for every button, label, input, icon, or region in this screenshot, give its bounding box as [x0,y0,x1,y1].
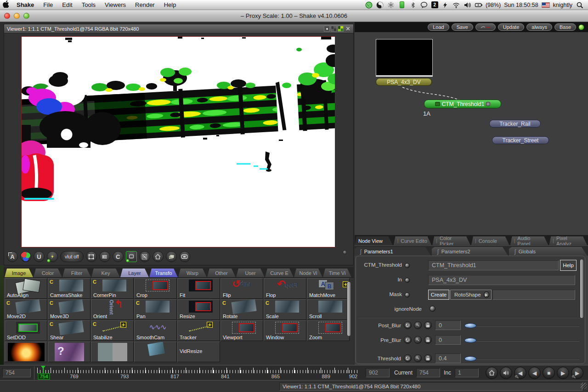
tool-cornerpin[interactable]: CCornerPin [91,278,134,299]
tool-move3d[interactable]: CMove3D [48,299,90,320]
tool-resize[interactable]: Resize [177,299,220,320]
panel-tab-node-view[interactable]: Node View [355,236,393,245]
tool-move2d[interactable]: CMove2D [5,299,47,320]
roi-button[interactable] [126,251,137,262]
post_blur-value-field[interactable]: 0 [435,320,461,330]
inc-field[interactable]: 1 [455,368,479,377]
mask-create-button[interactable]: Create [428,290,449,300]
battery-icon[interactable] [475,1,482,9]
render-bolt-icon[interactable] [47,251,58,262]
tool-fit[interactable]: Fit [177,278,220,299]
node-name-field[interactable]: CTM_Threshold1 [428,260,559,270]
tool-viewport[interactable]: Viewport [220,320,263,341]
panel-tab-color-picker[interactable]: |Color Picker [432,236,470,245]
transport-play-icon[interactable]: ▶ [557,367,569,379]
wifi-icon[interactable] [452,1,460,9]
panel-tab-curve-edito[interactable]: |Curve Edito [394,236,432,245]
tool-shear[interactable]: CShear [48,320,90,341]
lock-icon[interactable] [424,336,432,344]
clock-icon[interactable] [404,336,412,344]
channel-rgb-icon[interactable] [20,251,31,262]
viewer-canvas[interactable]: AUvlut offC [4,34,353,265]
param-sphere-icon[interactable] [405,278,410,283]
displays-icon[interactable] [376,1,384,9]
tool-rotate[interactable]: CRotate [220,299,263,320]
tool-tab-image[interactable]: Image [5,269,33,277]
node-ctm-threshold1[interactable]: CTM_Threshold1 [424,100,501,108]
window-title-bar[interactable]: – Proxy Scale: 1.00 – Shake v4.10.0606 [0,10,588,22]
tool-flip[interactable]: ↺FlipFlip [220,278,263,299]
menu-render[interactable]: Render [130,1,159,8]
tool-setdod[interactable]: SetDOD [5,320,47,341]
viewer-layout-icon[interactable] [331,26,337,32]
threshold-value-field[interactable]: 0.4 [435,353,461,363]
time-field[interactable]: 754 [2,368,31,377]
tool-tab-nodevi[interactable]: Node Vi [294,269,322,277]
always-button[interactable]: always [526,23,552,31]
tool-grid-scrollbar[interactable] [347,281,351,336]
menu-shake[interactable]: Shake [12,1,39,8]
tool-zoom[interactable]: Zoom [307,320,350,341]
transport-home-icon[interactable] [486,367,498,379]
base-button[interactable]: Base [554,23,576,31]
home-view-button[interactable] [153,251,164,262]
update-c-button[interactable]: C [113,251,124,262]
pre_blur-value-field[interactable]: 0 [435,335,461,345]
tool-cell[interactable] [5,342,47,362]
tool-pan[interactable]: CPan [134,299,177,320]
param-tab-parameters1[interactable]: ʃParameters1 [355,247,431,256]
bluetooth-icon[interactable] [409,1,417,9]
node-tracker-rail[interactable]: Tracker_Rail [489,120,541,128]
tool-vidresize[interactable]: VidResize [177,342,220,362]
battery-percent[interactable]: (98%) [486,2,501,8]
lock-icon[interactable] [424,354,432,362]
node-tracker-street[interactable]: Tracker_Street [492,136,549,144]
tool-cell[interactable] [91,342,134,362]
tool-orient[interactable]: Orient↰Orient [91,299,134,320]
volume-icon[interactable] [464,1,471,9]
node-psa-4x3-dv[interactable]: PSA_4x3_DV [376,78,432,86]
tool-window[interactable]: Window [264,320,306,341]
tool-camerashake[interactable]: CCameraShake [48,278,90,299]
undo-redo-icon[interactable] [475,23,496,31]
param-sphere-icon[interactable] [405,292,410,297]
viewer-title-bar[interactable]: Viewer1: 1:1.1 CTM_Threshold1@754 RGBA 8… [4,24,353,34]
tool-crop[interactable]: Crop [134,278,177,299]
tool-scroll[interactable]: Scroll [307,299,350,320]
bolt-icon[interactable] [441,1,449,9]
mask-type-dropdown[interactable]: RotoShape ▶ [450,290,492,300]
tool-tracker[interactable]: +Tracker [177,320,220,341]
key-icon[interactable] [414,336,422,344]
tool-tab-color[interactable]: Color [34,269,62,277]
time-machine-icon[interactable] [365,1,373,9]
menu-file[interactable]: File [39,1,57,8]
parameters-scrollbar[interactable] [580,259,584,319]
search-icon[interactable] [576,1,583,9]
compare-split-button[interactable] [99,251,110,262]
range-end-field[interactable]: 902 [366,368,390,377]
panel-tab-console[interactable]: |Console [471,236,509,245]
tool-tab-transfo[interactable]: Transfo [149,269,178,277]
tool-tab-layer[interactable]: Layer [120,269,149,277]
frame-fit-button[interactable] [86,251,97,262]
load-button[interactable]: Load [428,23,449,31]
transport-next-key-icon[interactable]: ▶ [571,367,583,379]
tool-scale[interactable]: CScale [264,299,306,320]
key-icon[interactable] [414,321,422,329]
transport-prev-key-icon[interactable]: ◀ [514,367,526,379]
flag-icon[interactable] [542,2,550,8]
threshold-slider-track[interactable] [466,359,579,360]
tool-tab-other[interactable]: Other [207,269,236,277]
resize-grip-icon[interactable] [581,383,587,389]
playhead-marker[interactable] [43,366,44,374]
post_blur-slider-knob[interactable] [464,323,476,328]
chat-icon[interactable] [420,1,428,9]
transport-sound-icon[interactable] [500,367,512,379]
ignorenode-toggle-icon[interactable] [430,306,435,312]
tool-tab-warp[interactable]: Warp [178,269,207,277]
help-button[interactable]: Help [560,260,577,271]
menu-clock[interactable]: Sun 18:50:58 [504,2,538,8]
param-tab-parameters2[interactable]: ʃParameters2 [432,247,508,256]
param-tab-globals[interactable]: ʃGlobals [509,247,587,256]
tool-stabilize[interactable]: +CStabilize [91,320,134,341]
